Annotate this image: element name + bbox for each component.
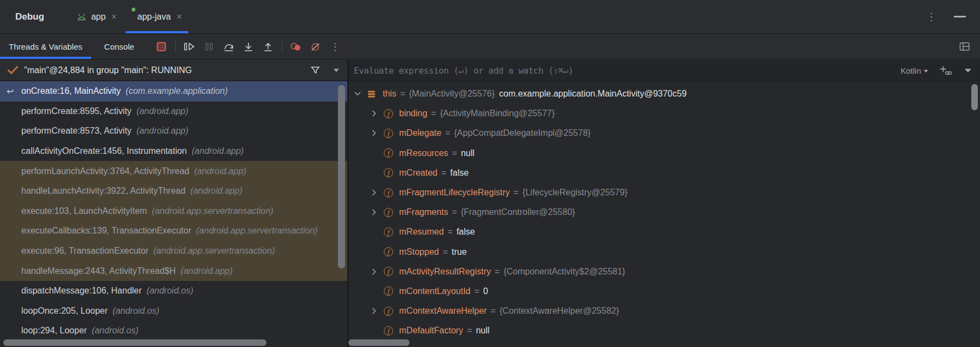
this-object-icon <box>367 91 376 98</box>
more-toolbar-options-button[interactable]: ⋮ <box>325 38 345 56</box>
variable-row[interactable]: f mContentLayoutId = 0 <box>349 282 980 301</box>
debug-tool-window: Debug app ✕ app-java ✕ <box>0 0 980 347</box>
frames-vertical-scrollbar[interactable] <box>338 85 345 268</box>
field-icon: f <box>384 168 393 177</box>
frame-location: callActivityOnCreate:1456, Instrumentati… <box>21 146 187 156</box>
expand-watches-chevron-icon[interactable] <box>965 69 971 73</box>
field-icon: f <box>384 267 393 276</box>
expand-chevron-icon[interactable] <box>371 268 384 275</box>
close-icon[interactable]: ✕ <box>111 13 117 21</box>
stack-frame-row[interactable]: callActivityOnCreate:1456, Instrumentati… <box>0 141 347 161</box>
filter-frames-icon[interactable] <box>310 66 320 74</box>
stack-frame-row[interactable]: dispatchMessage:106, Handler (android.os… <box>0 281 347 301</box>
variable-row[interactable]: f mActivityResultRegistry = {ComponentAc… <box>349 262 980 282</box>
variable-name: mStopped <box>399 247 439 257</box>
resume-program-button[interactable] <box>180 38 199 56</box>
expand-chevron-icon[interactable] <box>354 91 367 97</box>
view-breakpoints-button[interactable] <box>286 38 306 56</box>
variable-row[interactable]: f mDelegate = {AppCompatDelegateImpl@255… <box>349 123 980 143</box>
variables-horizontal-scrollbar[interactable] <box>348 339 409 346</box>
variable-reference-value: {MainActivity@25576} <box>409 89 495 99</box>
frame-package: (android.os) <box>112 306 159 316</box>
language-selector[interactable]: Kotlin <box>900 66 928 75</box>
field-icon: f <box>384 129 393 138</box>
tab-threads-variables[interactable]: Threads & Variables <box>0 34 91 59</box>
step-over-button[interactable] <box>219 38 239 56</box>
expand-chevron-icon[interactable] <box>371 189 384 196</box>
variable-name: mDefaultFactory <box>399 326 463 336</box>
add-watch-button[interactable] <box>940 65 952 75</box>
session-tab-app[interactable]: app ✕ <box>69 0 124 33</box>
expand-chevron-icon[interactable] <box>371 209 384 216</box>
variable-row[interactable]: f mFragments = {FragmentController@25580… <box>349 202 980 222</box>
variable-primitive-value: null <box>476 326 490 336</box>
more-options-icon[interactable]: ⋮ <box>926 12 936 22</box>
stack-frame-row[interactable]: execute:96, TransactionExecutor (android… <box>0 241 347 261</box>
field-icon: f <box>384 228 393 237</box>
equals-sign: = <box>437 168 450 178</box>
close-icon[interactable]: ✕ <box>176 13 182 21</box>
stack-frame-row[interactable]: performCreate:8595, Activity (android.ap… <box>0 101 347 122</box>
stack-frame-row[interactable]: performCreate:8573, Activity (android.ap… <box>0 121 347 141</box>
stack-frame-row[interactable]: executeCallbacks:139, TransactionExecuto… <box>0 221 347 241</box>
equals-sign: = <box>491 267 503 277</box>
stop-icon <box>157 42 166 51</box>
stack-frame-row[interactable]: performLaunchActivity:3764, ActivityThre… <box>0 161 347 181</box>
expand-chevron-icon[interactable] <box>371 308 384 314</box>
evaluate-expression-bar: Evaluate expression (↵) or add a watch (… <box>349 60 980 81</box>
mute-breakpoints-button[interactable] <box>306 38 325 56</box>
variable-row[interactable]: f mStopped = true <box>349 242 980 262</box>
stack-frame-row[interactable]: execute:103, LaunchActivityItem (android… <box>0 201 347 222</box>
frame-package: (android.app) <box>194 166 246 176</box>
stack-frame-row[interactable]: loop:294, Looper (android.os) <box>0 321 347 341</box>
equals-sign: = <box>441 128 454 138</box>
variable-row[interactable]: f mDefaultFactory = null <box>349 321 980 340</box>
session-tab-app-java[interactable]: app-java ✕ <box>124 0 189 33</box>
variable-row[interactable]: f binding = {ActivityMainBinding@25577} <box>349 104 980 123</box>
expand-chevron-icon[interactable] <box>371 130 384 136</box>
frames-horizontal-scrollbar[interactable] <box>3 339 266 346</box>
equals-sign: = <box>439 247 452 257</box>
minimize-icon[interactable] <box>954 16 966 17</box>
stack-frame-row[interactable]: loopOnce:205, Looper (android.os) <box>0 301 347 321</box>
tab-console[interactable]: Console <box>96 34 143 59</box>
variable-row[interactable]: f mResumed = false <box>349 222 980 242</box>
frame-package: (android.app) <box>192 146 243 156</box>
variable-row[interactable]: f mCreated = false <box>349 163 980 183</box>
variable-row[interactable]: f mContextAwareHelper = {ContextAwareHel… <box>349 301 980 321</box>
pause-program-button[interactable] <box>199 38 219 56</box>
variable-type-icon-slot: f <box>384 307 399 316</box>
variable-row[interactable]: f mResources = null <box>349 143 980 163</box>
variable-type-icon-slot: f <box>384 247 399 256</box>
variable-type-icon-slot: f <box>384 267 399 276</box>
variable-tostring-value: com.example.application.MainActivity@937… <box>499 89 687 99</box>
variable-reference-value: {FragmentController@25580} <box>461 207 575 217</box>
equals-sign: = <box>427 109 440 118</box>
step-out-button[interactable] <box>258 38 278 56</box>
layout-settings-button[interactable] <box>955 38 975 56</box>
modified-dot-icon <box>132 8 135 11</box>
debugger-toolbar: Threads & Variables Console <box>0 34 980 59</box>
step-into-button[interactable] <box>239 38 258 56</box>
variable-row[interactable]: this = {MainActivity@25576} com.example.… <box>349 84 980 104</box>
stack-frame-row[interactable]: ↩ onCreate:16, MainActivity (com.example… <box>0 81 347 101</box>
variable-reference-value: {AppCompatDelegateImpl@25578} <box>454 128 591 138</box>
expand-chevron-icon[interactable] <box>371 110 384 117</box>
stack-frame-row[interactable]: handleMessage:2443, ActivityThread$H (an… <box>0 261 347 281</box>
thread-selector-value[interactable]: "main"@24,884 in group "main": RUNNING <box>24 65 192 75</box>
frame-location: onCreate:16, MainActivity <box>21 86 121 96</box>
variable-row[interactable]: f mFragmentLifecycleRegistry = {Lifecycl… <box>349 183 980 202</box>
variable-type-icon-slot <box>367 91 383 98</box>
frame-package: (com.example.application) <box>126 86 228 96</box>
frame-location: execute:96, TransactionExecutor <box>21 246 149 256</box>
equals-sign: = <box>448 148 461 158</box>
variables-vertical-scrollbar[interactable] <box>971 84 978 110</box>
stack-frame-row[interactable]: handleLaunchActivity:3922, ActivityThrea… <box>0 181 347 201</box>
stop-button[interactable] <box>152 38 171 56</box>
thread-selector-bar[interactable]: "main"@24,884 in group "main": RUNNING <box>0 60 347 81</box>
frame-location: loopOnce:205, Looper <box>21 306 108 316</box>
thread-dropdown-chevron-icon[interactable] <box>334 69 339 72</box>
frame-location: performLaunchActivity:3764, ActivityThre… <box>21 166 189 176</box>
evaluate-expression-input[interactable]: Evaluate expression (↵) or add a watch (… <box>354 65 573 76</box>
equals-sign: = <box>487 306 500 316</box>
